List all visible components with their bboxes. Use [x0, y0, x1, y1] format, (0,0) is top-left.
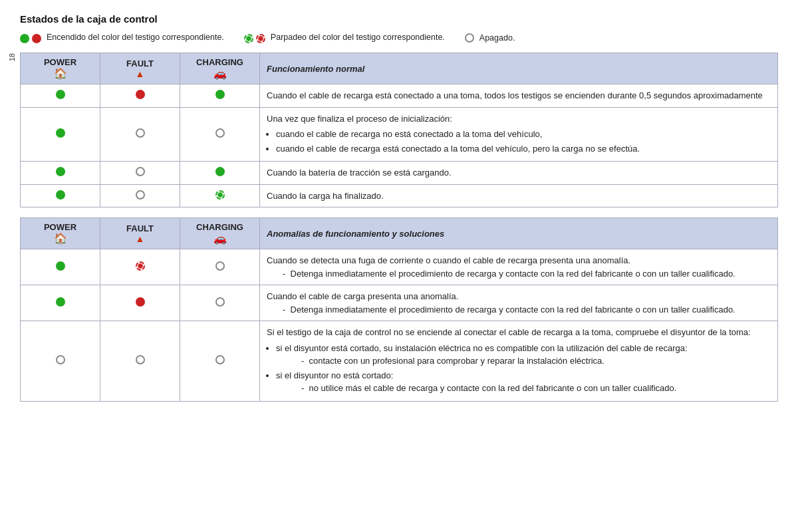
fault-label-2: FAULT: [106, 223, 174, 233]
table-row: Cuando la batería de tracción se está ca…: [21, 162, 778, 185]
charging-cell: [180, 84, 260, 108]
dot-red: [136, 297, 145, 307]
power-cell: [21, 107, 100, 162]
table1-header-power: POWER 🏠: [21, 53, 100, 84]
car-icon-2: 🚗: [186, 232, 254, 245]
desc-cell: Cuando la batería de tracción se está ca…: [260, 162, 778, 185]
sub-dash-item: - contacte con un profesional para compr…: [295, 356, 604, 366]
legend-solid-icons: [20, 34, 41, 43]
table1-header-desc: Funcionamiento normal: [260, 53, 778, 84]
solid-red-dot: [32, 34, 41, 43]
desc-cell: Cuando el cable de carga presenta una an…: [260, 285, 778, 321]
dot-green: [215, 167, 225, 176]
car-icon-1: 🚗: [186, 67, 254, 80]
desc-text: Cuando la carga ha finalizado.: [267, 190, 771, 203]
fault-cell: [100, 107, 180, 162]
power-cell: [21, 184, 100, 207]
charging-cell: [180, 321, 260, 402]
legend-blink-icons: [244, 34, 265, 43]
dot-empty: [215, 355, 225, 364]
dot-green: [56, 167, 65, 176]
dot-red: [136, 90, 145, 99]
charging-cell: [180, 184, 260, 207]
table-row: Cuando se detecta una fuga de corriente …: [21, 249, 778, 285]
power-label-1: POWER: [26, 57, 94, 67]
dot-empty: [215, 128, 225, 138]
table-row: Cuando la carga ha finalizado.: [21, 184, 778, 207]
fault-label-1: FAULT: [106, 59, 174, 68]
dot-green: [56, 128, 65, 138]
legend-blinking-label: Parpadeo del color del testigo correspon…: [271, 33, 445, 42]
power-cell: [21, 321, 100, 402]
dot-green: [215, 90, 225, 99]
table-normal: POWER 🏠 FAULT ▲ CHARGING 🚗 Funcionamient…: [20, 53, 778, 207]
power-cell: [21, 285, 100, 321]
warning-icon-1: ▲: [106, 68, 174, 79]
list-item: cuando el cable de recarga no está conec…: [276, 128, 771, 141]
dot-green: [56, 261, 65, 271]
fault-cell: [100, 321, 180, 402]
dot-empty: [56, 355, 65, 364]
table2-header-desc: Anomalías de funcionamiento y soluciones: [260, 218, 778, 249]
sub-dash-item: - no utilice más el cable de recarga y c…: [295, 383, 676, 393]
table-anomalies: POWER 🏠 FAULT ▲ CHARGING 🚗 Anomalías de …: [20, 217, 778, 402]
list-item: si el disyuntor no está cortado: - no ut…: [276, 369, 771, 395]
page-number: 18: [8, 53, 16, 61]
desc-text: Si el testigo de la caja de control no s…: [267, 326, 771, 395]
dot-empty: [215, 261, 225, 271]
fault-cell: [100, 285, 180, 321]
list-item: cuando el cable de recarga está conectad…: [276, 142, 771, 156]
table2-header-power: POWER 🏠: [21, 218, 100, 249]
table-row: Una vez que finaliza el proceso de inici…: [21, 107, 778, 162]
fault-cell: [100, 84, 180, 108]
table-row: Cuando el cable de recarga está conectad…: [21, 84, 778, 108]
desc-text: Una vez que finaliza el proceso de inici…: [267, 112, 771, 156]
power-cell: [21, 84, 100, 108]
blink-red-dot: [256, 34, 265, 43]
table2-header-charging: CHARGING 🚗: [180, 218, 260, 249]
table-row: Si el testigo de la caja de control no s…: [21, 321, 778, 402]
legend-off: Apagado.: [465, 33, 515, 43]
desc-cell: Una vez que finaliza el proceso de inici…: [260, 107, 778, 162]
dot-empty: [136, 128, 145, 138]
legend-blinking: Parpadeo del color del testigo correspon…: [244, 33, 445, 43]
fault-cell: [100, 249, 180, 285]
dot-empty: [136, 190, 145, 200]
dot-blink-red: [136, 261, 145, 271]
power-label-2: POWER: [26, 222, 94, 232]
charging-cell: [180, 107, 260, 162]
legend-solid: Encendido del color del testigo correspo…: [20, 33, 224, 43]
desc-text: Cuando el cable de recarga está conectad…: [267, 89, 771, 102]
dot-green: [56, 90, 65, 99]
house-icon-2: 🏠: [26, 232, 94, 245]
dot-empty: [136, 167, 145, 176]
charging-label-2: CHARGING: [186, 222, 254, 232]
dash-item: - Detenga inmediatamente el procedimient…: [276, 305, 735, 315]
table1-header-charging: CHARGING 🚗: [180, 53, 260, 84]
charging-label-1: CHARGING: [186, 57, 254, 67]
page-wrapper: 18 Estados de la caja de control Encendi…: [20, 13, 778, 402]
dot-green: [56, 190, 65, 200]
warning-icon-2: ▲: [106, 233, 174, 244]
dot-empty: [136, 355, 145, 364]
house-icon-1: 🏠: [26, 67, 94, 80]
charging-cell: [180, 162, 260, 185]
list-item: si el disyuntor está cortado, su instala…: [276, 342, 771, 368]
power-cell: [21, 162, 100, 185]
desc-cell: Cuando el cable de recarga está conectad…: [260, 84, 778, 108]
legend: Encendido del color del testigo correspo…: [20, 33, 778, 43]
desc-cell: Cuando la carga ha finalizado.: [260, 184, 778, 207]
legend-solid-label: Encendido del color del testigo correspo…: [47, 33, 224, 42]
desc-text: Cuando la batería de tracción se está ca…: [267, 166, 771, 180]
page-title: Estados de la caja de control: [20, 13, 778, 25]
solid-green-dot: [20, 34, 29, 43]
table1-header-fault: FAULT ▲: [100, 53, 180, 84]
dot-blink-green: [215, 190, 225, 200]
desc-cell: Si el testigo de la caja de control no s…: [260, 321, 778, 402]
table1-header-row: POWER 🏠 FAULT ▲ CHARGING 🚗 Funcionamient…: [21, 53, 778, 84]
fault-cell: [100, 184, 180, 207]
desc-cell: Cuando se detecta una fuga de corriente …: [260, 249, 778, 285]
table-row: Cuando el cable de carga presenta una an…: [21, 285, 778, 321]
legend-off-label: Apagado.: [479, 33, 515, 43]
table2-header-fault: FAULT ▲: [100, 218, 180, 249]
